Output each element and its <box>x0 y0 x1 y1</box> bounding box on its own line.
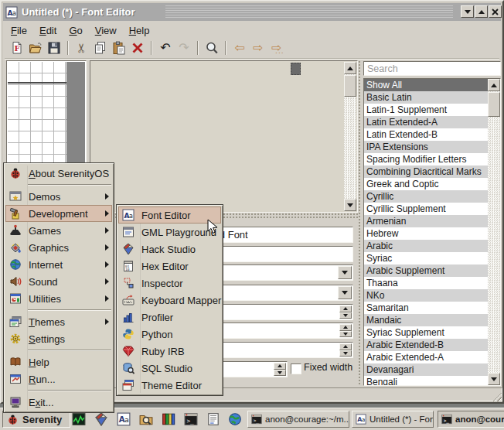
menu-item-gml-playground[interactable]: GML Playground <box>118 224 221 241</box>
list-item-samaritan[interactable]: Samaritan <box>364 302 488 314</box>
weight-combobox-dropdown-button[interactable] <box>338 266 352 279</box>
menu-item-python[interactable]: Python <box>118 326 221 343</box>
quick-launch-browser-icon[interactable] <box>228 412 242 426</box>
list-item-greek-and-coptic[interactable]: Greek and Coptic <box>364 178 488 190</box>
undo-button[interactable]: ↶ <box>156 39 175 57</box>
taskbar-window-anon-cour[interactable]: >_anon@cour <box>438 411 504 428</box>
list-item-basic-latin[interactable]: Basic Latin <box>364 91 488 104</box>
menu-item-hack-studio[interactable]: Hack Studio <box>118 241 221 258</box>
menu-item-run[interactable]: Run... <box>5 370 112 387</box>
selected-glyph-cell[interactable] <box>291 63 301 75</box>
menu-item-profiler[interactable]: Profiler <box>118 309 221 326</box>
glyph-map-scrollbar-thumb[interactable] <box>344 75 356 97</box>
block-list-scrollbar[interactable] <box>488 79 500 385</box>
menu-item-development[interactable]: Development <box>5 205 112 222</box>
maximize-button[interactable] <box>475 5 488 18</box>
menu-item-internet[interactable]: Internet <box>5 256 112 273</box>
list-item-syriac-supplement[interactable]: Syriac Supplement <box>364 326 488 339</box>
mean-line-spinbox-decrement-button[interactable] <box>339 331 352 338</box>
block-list-scrollbar-up-button[interactable] <box>488 79 500 91</box>
presentation-size-spinbox-decrement-button[interactable] <box>339 312 352 319</box>
menu-item-sql-studio[interactable]: SQL Studio <box>118 360 221 377</box>
block-list-scrollbar-track[interactable] <box>488 91 500 373</box>
glyph-spacing-spinbox-increment-button[interactable] <box>274 363 286 370</box>
menubar-item-edit[interactable]: Edit <box>33 24 63 37</box>
menubar-item-view[interactable]: View <box>89 24 123 37</box>
list-item-syriac[interactable]: Syriac <box>364 252 488 264</box>
menu-item-theme-editor[interactable]: Theme Editor <box>118 377 221 394</box>
menu-item-keyboard-mapper[interactable]: Keyboard Mapper <box>118 292 221 309</box>
list-item-cyrillic-supplement[interactable]: Cyrillic Supplement <box>364 203 488 215</box>
taskbar-window-anon-courage-m[interactable]: >_anon@courage:~/m... <box>247 411 349 428</box>
list-item-arabic-extended-a[interactable]: Arabic Extended-A <box>364 351 488 363</box>
list-item-bengali[interactable]: Bengali <box>364 376 488 385</box>
list-item-ipa-extensions[interactable]: IPA Extensions <box>364 141 488 153</box>
menubar-item-go[interactable]: Go <box>63 24 88 37</box>
list-item-devanagari[interactable]: Devanagari <box>364 363 488 376</box>
list-item-latin-extended-b[interactable]: Latin Extended-B <box>364 128 488 141</box>
menubar-item-file[interactable]: File <box>5 24 33 37</box>
close-button[interactable] <box>489 5 502 18</box>
minimize-button[interactable] <box>461 5 474 18</box>
list-item-arabic-extended-b[interactable]: Arabic Extended-B <box>364 339 488 351</box>
menu-item-font-editor[interactable]: AaFont Editor <box>118 206 221 224</box>
menu-item-sound[interactable]: Sound <box>5 273 112 290</box>
list-item-cyrillic[interactable]: Cyrillic <box>364 190 488 203</box>
list-item-latin-1-supplement[interactable]: Latin-1 Supplement <box>364 104 488 116</box>
menu-item-themes[interactable]: Themes <box>5 313 112 330</box>
glyph-spacing-spinbox-decrement-button[interactable] <box>274 370 286 377</box>
menu-item-inspector[interactable]: Inspector <box>118 275 221 292</box>
list-item-mandaic[interactable]: Mandaic <box>364 314 488 326</box>
open-button[interactable] <box>26 39 45 57</box>
list-item-nko[interactable]: NKo <box>364 289 488 302</box>
paste-button[interactable] <box>110 39 128 57</box>
list-item-combining-diacritical-marks[interactable]: Combining Diacritical Marks <box>364 166 488 178</box>
menu-item-help[interactable]: Help <box>5 353 112 370</box>
list-item-latin-extended-a[interactable]: Latin Extended-A <box>364 116 488 128</box>
glyph-map-scrollbar[interactable] <box>344 62 356 211</box>
list-item-armenian[interactable]: Armenian <box>364 215 488 227</box>
quick-launch-text-editor-icon[interactable] <box>206 412 220 426</box>
save-button[interactable] <box>45 39 63 57</box>
list-item-spacing-modifier-letters[interactable]: Spacing Modifier Letters <box>364 153 488 166</box>
menu-item-demos[interactable]: Demos <box>5 188 112 205</box>
copy-button[interactable] <box>91 39 110 57</box>
delete-button[interactable] <box>128 39 147 57</box>
vertical-splitter[interactable] <box>358 60 362 386</box>
mean-line-spinbox-increment-button[interactable] <box>339 324 352 331</box>
quick-launch-terminal-icon[interactable]: >_ <box>184 412 198 426</box>
menu-item-ruby-irb[interactable]: Ruby IRB <box>118 343 221 360</box>
list-item-arabic-supplement[interactable]: Arabic Supplement <box>364 264 488 277</box>
glyph-map[interactable] <box>90 60 358 213</box>
cut-button[interactable]: ✂ <box>73 39 91 57</box>
menu-item-settings[interactable]: Settings <box>5 330 112 347</box>
quick-launch-library-icon[interactable] <box>162 412 175 426</box>
quick-launch-find-files-icon[interactable] <box>139 412 153 426</box>
quick-launch-system-monitor-icon[interactable] <box>72 412 86 426</box>
glyph-map-scrollbar-up-button[interactable] <box>344 62 356 74</box>
menu-item-about-serenityos[interactable]: About SerenityOS <box>5 165 112 182</box>
slope-combobox-dropdown-button[interactable] <box>338 286 352 299</box>
menu-item-exit[interactable]: Exit... <box>5 394 112 411</box>
fixed-width-checkbox[interactable] <box>291 363 301 374</box>
redo-button[interactable]: ↷ <box>175 39 193 57</box>
previous-glyph-button[interactable]: ⇦ <box>230 39 249 57</box>
baseline-spinbox-increment-button[interactable] <box>339 343 352 350</box>
titlebar[interactable]: Aa Untitled (*) - Font Editor <box>3 3 501 21</box>
list-item-arabic[interactable]: Arabic <box>364 240 488 252</box>
menu-item-utilities[interactable]: Utilities <box>5 290 112 307</box>
presentation-size-spinbox-increment-button[interactable] <box>339 305 352 312</box>
taskbar-window-untitled-font[interactable]: AaUntitled (*) - Font... <box>352 411 434 428</box>
next-glyph-button[interactable]: ⇨ <box>249 39 267 57</box>
block-list-scrollbar-down-button[interactable] <box>488 373 500 385</box>
quick-launch-font-editor-icon[interactable]: Aa <box>117 412 131 426</box>
list-item-hebrew[interactable]: Hebrew <box>364 227 488 240</box>
quick-launch-hack-studio-icon[interactable] <box>94 412 108 426</box>
list-item-show-all[interactable]: Show All <box>364 79 488 91</box>
search-input[interactable] <box>363 61 501 76</box>
menu-item-graphics[interactable]: Graphics <box>5 239 112 256</box>
menu-item-games[interactable]: Games <box>5 222 112 239</box>
goto-glyph-button[interactable]: ⇨... <box>267 39 286 57</box>
menubar-item-help[interactable]: Help <box>123 24 156 37</box>
new-font-button[interactable]: F <box>8 39 26 57</box>
